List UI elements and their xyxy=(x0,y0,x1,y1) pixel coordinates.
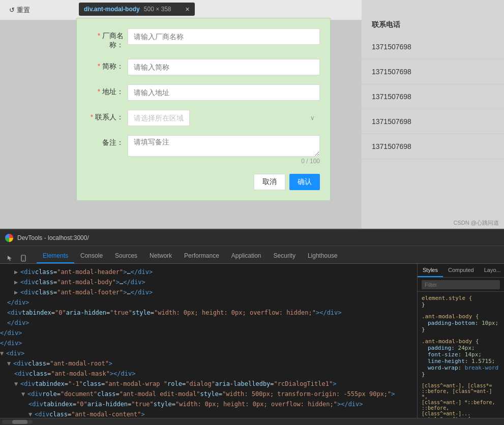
tab-elements[interactable]: Elements xyxy=(37,249,74,263)
dom-line: </div> xyxy=(0,318,417,328)
style-selector: element.style { xyxy=(422,295,472,301)
devtools-bottom-bar xyxy=(0,418,504,425)
tab-layout[interactable]: Layo... xyxy=(479,264,504,277)
horizontal-scrollbar[interactable] xyxy=(2,420,33,424)
tab-lighthouse[interactable]: Lighthouse xyxy=(302,249,344,263)
style-prop: font-size: 14px; xyxy=(422,351,482,358)
label-address: * 地址： xyxy=(87,84,128,97)
cursor-icon[interactable] xyxy=(5,253,15,263)
svg-point-1 xyxy=(23,260,24,261)
style-brace: } xyxy=(422,326,425,333)
dom-line: ▼ <div tabindex="-1" class="ant-modal-wr… xyxy=(0,379,417,389)
tab-computed[interactable]: Computed xyxy=(443,264,479,277)
refresh-button[interactable]: ↺ 重置 xyxy=(5,4,34,17)
dom-line: ▶ <div class="ant-modal-body">…</div> xyxy=(0,277,417,287)
styles-filter-bar xyxy=(418,278,504,292)
required-star: * xyxy=(98,87,100,96)
devtools-content: ▶ <div class="ant-modal-header">…</div> … xyxy=(0,264,504,418)
phone-item: 1371507698 xyxy=(362,109,504,134)
inspected-element-name: div.ant-modal-body xyxy=(84,6,140,13)
style-selector: ::before, [class^=ant-]... xyxy=(422,405,500,416)
devtools-icon-buttons xyxy=(2,253,32,263)
styles-content[interactable]: element.style { } .ant-modal-body { padd… xyxy=(418,292,504,418)
scrollbar-thumb[interactable] xyxy=(12,420,27,424)
refresh-icon: ↺ xyxy=(9,6,15,14)
form-row-contact: * 联系人： 请选择所在区域 xyxy=(87,110,320,126)
select-region[interactable]: 请选择所在区域 xyxy=(128,110,190,126)
label-contact: * 联系人： xyxy=(87,110,128,122)
tab-network[interactable]: Network xyxy=(143,249,178,263)
watermark: CSDN @心跳问道 xyxy=(454,219,499,227)
styles-tabs-bar: Styles Computed Layo... xyxy=(418,264,504,278)
style-rule-element: element.style { } xyxy=(422,295,500,308)
tab-styles[interactable]: Styles xyxy=(418,264,443,277)
label-abbr: * 简称： xyxy=(87,59,128,71)
form-row-abbr: * 简称： xyxy=(87,59,320,75)
dom-line: ▶ <div class="ant-modal-header">…</div> xyxy=(0,267,417,277)
devtools-panel: DevTools - localhost:3000/ Elements Cons… xyxy=(0,229,504,425)
select-wrapper-region: 请选择所在区域 xyxy=(128,110,320,126)
textarea-remark[interactable] xyxy=(128,135,320,157)
dom-line: ▼ <div> xyxy=(0,348,417,358)
dom-line: ▶ <div class="ant-modal-footer">…</div> xyxy=(0,287,417,297)
style-brace: } xyxy=(422,301,425,308)
input-vendor-name[interactable] xyxy=(128,28,320,45)
dom-line: <div tabindex="0" aria-hidden="true" sty… xyxy=(0,399,417,409)
phone-item: 1371507698 xyxy=(362,84,504,109)
dom-line: <div tabindex="0" aria-hidden="true" sty… xyxy=(0,308,417,318)
style-rule-1: .ant-modal-body { padding-bottom: 10px; … xyxy=(422,313,500,333)
phone-item: 1371507698 xyxy=(362,59,504,84)
style-brace: } xyxy=(422,371,425,378)
style-rule-3: [class^=ant-], [class*= ::before, [class… xyxy=(422,383,500,418)
tab-sources[interactable]: Sources xyxy=(109,249,143,263)
chrome-favicon xyxy=(5,234,13,242)
dom-line: ▼ <div role="document" class="ant-modal … xyxy=(0,389,417,399)
style-prop: padding-bottom: 10px; xyxy=(422,320,498,326)
dom-line: ▼ <div class="ant-modal-root"> xyxy=(0,358,417,369)
style-selector: ::before, [class^=ant-] *, xyxy=(422,388,500,400)
right-panel: 联系电话 1371507698 1371507698 1371507698 13… xyxy=(362,0,504,229)
style-prop: line-height: 1.5715; xyxy=(422,358,495,365)
input-address[interactable] xyxy=(128,84,320,101)
modal-footer: 取消 确认 xyxy=(87,174,320,190)
cancel-button[interactable]: 取消 xyxy=(254,174,285,190)
mobile-icon[interactable] xyxy=(18,253,28,263)
styles-panel: Styles Computed Layo... element.style { … xyxy=(418,264,504,418)
form-row-address: * 地址： xyxy=(87,84,320,101)
style-selector: [class^=ant-], [class*= xyxy=(422,383,500,388)
form-row-remark: 备注： 0 / 100 xyxy=(87,135,320,165)
dom-panel[interactable]: ▶ <div class="ant-modal-header">…</div> … xyxy=(0,264,418,418)
tab-console[interactable]: Console xyxy=(74,249,109,263)
style-selector: .ant-modal-body { xyxy=(422,313,479,320)
dom-line: <div class="ant-modal-mask"></div> xyxy=(0,369,417,379)
devtools-title: DevTools - localhost:3000/ xyxy=(17,234,89,241)
phone-header: 联系电话 xyxy=(362,0,504,35)
tooltip-close-button[interactable]: × xyxy=(186,5,190,13)
style-prop: word-wrap: break-word xyxy=(422,365,498,371)
phone-item: 1371507698 xyxy=(362,35,504,59)
label-remark: 备注： xyxy=(87,135,128,147)
tab-application[interactable]: Application xyxy=(225,249,268,263)
tab-performance[interactable]: Performance xyxy=(178,249,225,263)
dom-line: </div> xyxy=(0,297,417,308)
style-rule-2: .ant-modal-body { padding: 24px; font-si… xyxy=(422,338,500,378)
textarea-wrapper: 0 / 100 xyxy=(128,135,320,165)
confirm-button[interactable]: 确认 xyxy=(289,174,320,190)
devtools-tabs-bar: Elements Console Sources Network Perform… xyxy=(0,246,504,264)
dom-line: </div> xyxy=(0,338,417,348)
devtools-titlebar: DevTools - localhost:3000/ xyxy=(0,230,504,246)
style-selector: .ant-modal-body { xyxy=(422,338,479,345)
styles-filter-input[interactable] xyxy=(422,280,500,289)
form-row-vendor: * 厂商名称： xyxy=(87,28,320,50)
modal-dialog: * 厂商名称： * 简称： * 地址： * 联系人： 请选择所在区域 备注： 0… xyxy=(76,18,331,201)
label-vendor: * 厂商名称： xyxy=(87,28,128,50)
required-star: * xyxy=(98,62,100,70)
tab-security[interactable]: Security xyxy=(268,249,302,263)
required-star: * xyxy=(98,32,100,40)
dom-line: </div> xyxy=(0,328,417,338)
textarea-count: 0 / 100 xyxy=(128,158,320,165)
dom-line: ▼ <div class="ant-modal-content"> xyxy=(0,409,417,418)
input-abbr[interactable] xyxy=(128,59,320,75)
refresh-label: 重置 xyxy=(17,6,30,15)
style-selector: [class^=ant-] *::before, xyxy=(422,400,500,405)
